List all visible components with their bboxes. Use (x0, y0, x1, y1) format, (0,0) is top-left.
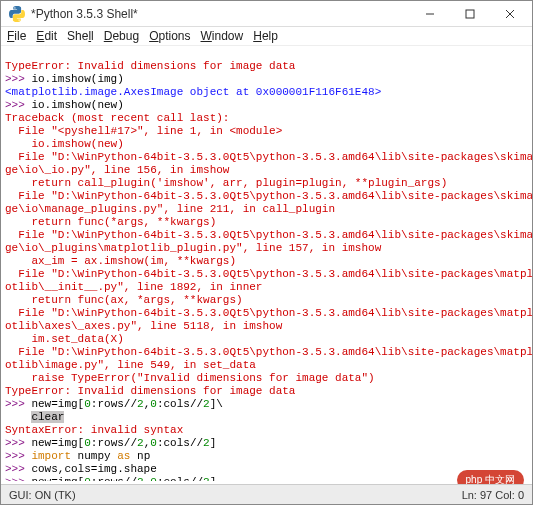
traceback-line: File "D:\WinPython-64bit-3.5.3.0Qt5\pyth… (5, 151, 532, 176)
python-icon (9, 6, 25, 22)
traceback-line: File "<pyshell#17>", line 1, in <module> (5, 125, 282, 137)
close-button[interactable] (490, 1, 530, 27)
traceback-line: io.imshow(new) (5, 138, 124, 150)
syntax-error: SyntaxError: invalid syntax (5, 424, 183, 436)
minimize-button[interactable] (410, 1, 450, 27)
menu-options[interactable]: Options (149, 29, 190, 43)
input-line: io.imshow(new) (31, 99, 123, 111)
prompt: >>> (5, 476, 31, 481)
window-titlebar: *Python 3.5.3 Shell* (1, 1, 532, 27)
maximize-button[interactable] (450, 1, 490, 27)
prompt: >>> (5, 463, 31, 475)
console-area[interactable]: TypeError: Invalid dimensions for image … (1, 46, 532, 481)
svg-rect-0 (466, 10, 474, 18)
prompt: >>> (5, 398, 31, 410)
menu-edit[interactable]: Edit (36, 29, 57, 43)
menu-file[interactable]: File (7, 29, 26, 43)
prompt: >>> (5, 450, 31, 462)
menu-debug[interactable]: Debug (104, 29, 139, 43)
traceback-line: return func(*args, **kwargs) (5, 216, 216, 228)
status-left: GUI: ON (TK) (9, 489, 76, 501)
code: new=img[ (31, 398, 84, 410)
traceback-line: im.set_data(X) (5, 333, 124, 345)
menu-help[interactable]: Help (253, 29, 278, 43)
traceback-line: File "D:\WinPython-64bit-3.5.3.0Qt5\pyth… (5, 229, 532, 254)
output-line: <matplotlib.image.AxesImage object at 0x… (5, 86, 381, 98)
traceback-line: return call_plugin('imshow', arr, plugin… (5, 177, 447, 189)
traceback-header: Traceback (most recent call last): (5, 112, 229, 124)
menu-window[interactable]: Window (201, 29, 244, 43)
prompt: >>> (5, 99, 31, 111)
highlighted-text: clear (31, 411, 64, 423)
status-bar: GUI: ON (TK) Ln: 97 Col: 0 (1, 484, 532, 504)
traceback-line: File "D:\WinPython-64bit-3.5.3.0Qt5\pyth… (5, 346, 532, 371)
traceback-line: File "D:\WinPython-64bit-3.5.3.0Qt5\pyth… (5, 190, 532, 215)
menu-bar: File Edit Shell Debug Options Window Hel… (1, 27, 532, 46)
traceback-line: return func(ax, *args, **kwargs) (5, 294, 243, 306)
prompt: >>> (5, 73, 31, 85)
traceback-line: File "D:\WinPython-64bit-3.5.3.0Qt5\pyth… (5, 307, 532, 332)
traceback-line: raise TypeError("Invalid dimensions for … (5, 372, 375, 384)
input-line: cows,cols=img.shape (31, 463, 156, 475)
keyword: as (117, 450, 130, 462)
traceback-line: ax_im = ax.imshow(im, **kwargs) (5, 255, 236, 267)
error-line: TypeError: Invalid dimensions for image … (5, 60, 295, 72)
keyword: import (31, 450, 71, 462)
input-line: io.imshow(img) (31, 73, 123, 85)
window-title: *Python 3.5.3 Shell* (31, 7, 410, 21)
prompt: >>> (5, 437, 31, 449)
status-right: Ln: 97 Col: 0 (462, 489, 524, 501)
menu-shell[interactable]: Shell (67, 29, 94, 43)
traceback-line: File "D:\WinPython-64bit-3.5.3.0Qt5\pyth… (5, 268, 532, 293)
error-line: TypeError: Invalid dimensions for image … (5, 385, 295, 397)
window-controls (410, 1, 530, 27)
